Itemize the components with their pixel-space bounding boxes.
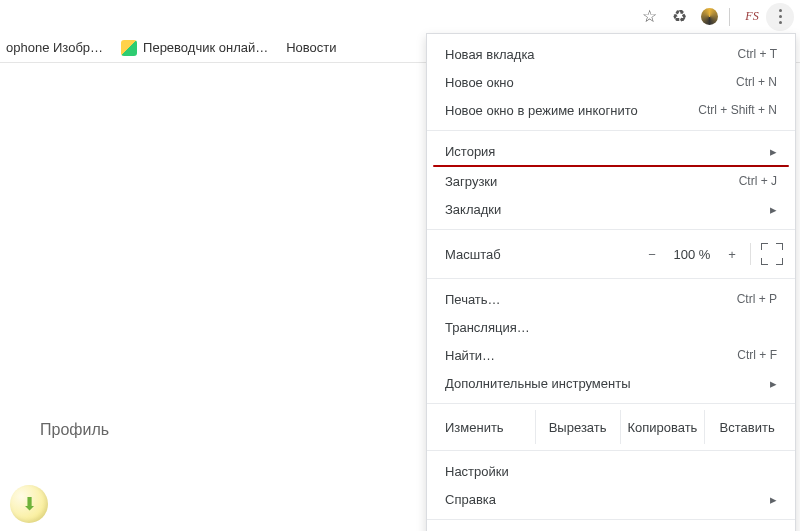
menu-find[interactable]: Найти… Ctrl + F — [427, 341, 795, 369]
bookmark-favicon-icon — [121, 40, 137, 56]
menu-exit[interactable]: Выход — [427, 526, 795, 531]
menu-history[interactable]: История ▸ — [427, 137, 795, 165]
zoom-divider — [750, 243, 751, 265]
browser-toolbar: FS — [0, 0, 800, 33]
bookmark-label: Переводчик онлай… — [143, 40, 268, 55]
kebab-menu-button[interactable] — [766, 3, 794, 31]
star-icon[interactable] — [635, 3, 663, 31]
toolbar-divider — [729, 8, 730, 26]
menu-separator — [427, 519, 795, 520]
extensions-icon[interactable] — [665, 3, 693, 31]
submenu-arrow-icon: ▸ — [770, 202, 777, 217]
bookmark-label: ophone Изобр… — [6, 40, 103, 55]
menu-separator — [427, 229, 795, 230]
menu-help[interactable]: Справка ▸ — [427, 485, 795, 513]
submenu-arrow-icon: ▸ — [770, 144, 777, 159]
bookmark-label: Новости — [286, 40, 336, 55]
edit-cut-button[interactable]: Вырезать — [535, 410, 620, 444]
bookmark-item[interactable]: Переводчик онлай… — [121, 40, 268, 56]
menu-print[interactable]: Печать… Ctrl + P — [427, 285, 795, 313]
extension-siri-icon[interactable] — [695, 3, 723, 31]
edit-copy-button[interactable]: Копировать — [620, 410, 705, 444]
menu-downloads[interactable]: Загрузки Ctrl + J — [427, 167, 795, 195]
zoom-label: Масштаб — [445, 247, 638, 262]
chrome-main-menu: Новая вкладка Ctrl + T Новое окно Ctrl +… — [426, 33, 796, 531]
menu-separator — [427, 130, 795, 131]
menu-zoom-row: Масштаб − 100 % + — [427, 236, 795, 272]
menu-bookmarks[interactable]: Закладки ▸ — [427, 195, 795, 223]
zoom-in-button[interactable]: + — [718, 247, 746, 262]
bookmark-item[interactable]: Новости — [286, 40, 336, 55]
menu-separator — [427, 278, 795, 279]
edit-label: Изменить — [445, 420, 535, 435]
menu-incognito[interactable]: Новое окно в режиме инкогнито Ctrl + Shi… — [427, 96, 795, 124]
menu-new-tab[interactable]: Новая вкладка Ctrl + T — [427, 40, 795, 68]
menu-separator — [427, 450, 795, 451]
submenu-arrow-icon: ▸ — [770, 376, 777, 391]
zoom-value: 100 % — [666, 247, 718, 262]
profile-heading: Профиль — [40, 421, 109, 439]
menu-new-window[interactable]: Новое окно Ctrl + N — [427, 68, 795, 96]
zoom-out-button[interactable]: − — [638, 247, 666, 262]
menu-settings[interactable]: Настройки — [427, 457, 795, 485]
fullscreen-icon[interactable] — [761, 243, 783, 265]
menu-separator — [427, 403, 795, 404]
menu-more-tools[interactable]: Дополнительные инструменты ▸ — [427, 369, 795, 397]
extension-fs-icon[interactable]: FS — [738, 3, 766, 31]
download-bubble-icon[interactable] — [10, 485, 48, 523]
menu-cast[interactable]: Трансляция… — [427, 313, 795, 341]
menu-edit-row: Изменить Вырезать Копировать Вставить — [427, 410, 795, 444]
bookmark-item[interactable]: ophone Изобр… — [6, 40, 103, 55]
edit-paste-button[interactable]: Вставить — [704, 410, 789, 444]
submenu-arrow-icon: ▸ — [770, 492, 777, 507]
